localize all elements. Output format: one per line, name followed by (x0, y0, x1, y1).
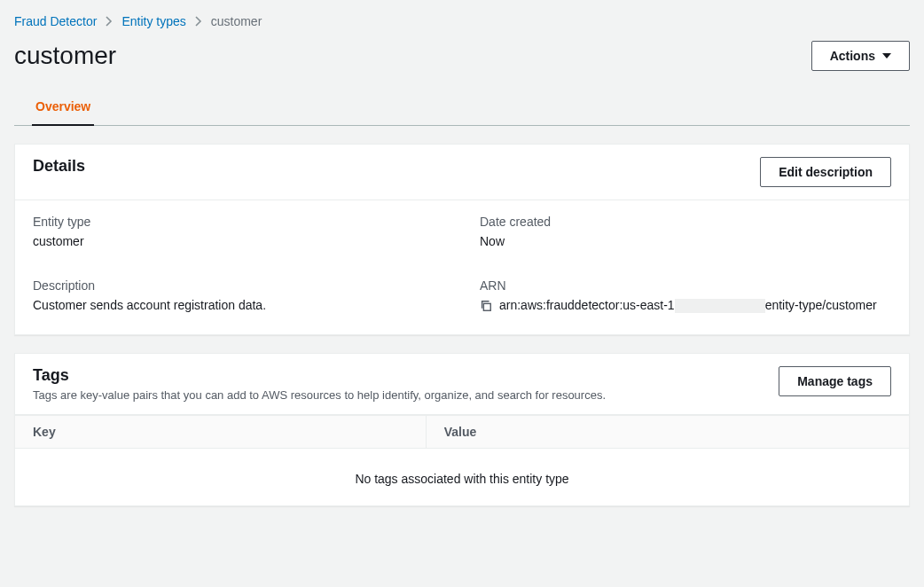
actions-button-label: Actions (830, 47, 875, 65)
page-title: customer (14, 42, 116, 70)
tabs: Overview (14, 90, 910, 126)
details-title: Details (33, 157, 85, 176)
arn-value: arn:aws:frauddetector:us-east-1entity-ty… (499, 298, 877, 313)
tags-table-header: Key Value (15, 415, 909, 449)
description-value: Customer sends account registration data… (33, 298, 444, 312)
tab-overview[interactable]: Overview (32, 90, 94, 126)
manage-tags-button[interactable]: Manage tags (779, 366, 891, 396)
arn-redacted (675, 299, 765, 313)
arn-suffix: entity-type/customer (765, 298, 877, 312)
tags-key-header: Key (15, 416, 427, 448)
arn-prefix: arn:aws:frauddetector:us-east-1 (499, 298, 675, 312)
chevron-right-icon (106, 16, 113, 27)
date-created-label: Date created (480, 215, 891, 229)
breadcrumb-entity-types[interactable]: Entity types (121, 14, 185, 28)
svg-rect-0 (483, 303, 490, 310)
entity-type-label: Entity type (33, 215, 444, 229)
description-label: Description (33, 278, 444, 293)
date-created-value: Now (480, 234, 891, 248)
field-date-created: Date created Now (480, 215, 891, 248)
breadcrumb: Fraud Detector Entity types customer (14, 14, 910, 28)
tags-empty-message: No tags associated with this entity type (15, 449, 909, 505)
breadcrumb-current: customer (211, 14, 262, 28)
tags-value-header: Value (427, 416, 909, 448)
field-description: Description Customer sends account regis… (33, 278, 444, 313)
actions-button[interactable]: Actions (811, 41, 910, 71)
tags-subtitle: Tags are key-value pairs that you can ad… (33, 388, 606, 402)
tags-panel: Tags Tags are key-value pairs that you c… (14, 353, 910, 506)
copy-icon[interactable] (480, 300, 492, 312)
details-panel: Details Edit description Entity type cus… (14, 144, 910, 335)
entity-type-value: customer (33, 234, 444, 248)
field-entity-type: Entity type customer (33, 215, 444, 248)
field-arn: ARN arn:aws:frauddetector:us-east-1entit… (480, 278, 891, 313)
tags-title: Tags (33, 366, 606, 385)
chevron-right-icon (195, 16, 202, 27)
edit-description-button[interactable]: Edit description (760, 157, 891, 187)
caret-down-icon (882, 53, 891, 59)
arn-label: ARN (480, 278, 891, 293)
breadcrumb-fraud-detector[interactable]: Fraud Detector (14, 14, 97, 28)
